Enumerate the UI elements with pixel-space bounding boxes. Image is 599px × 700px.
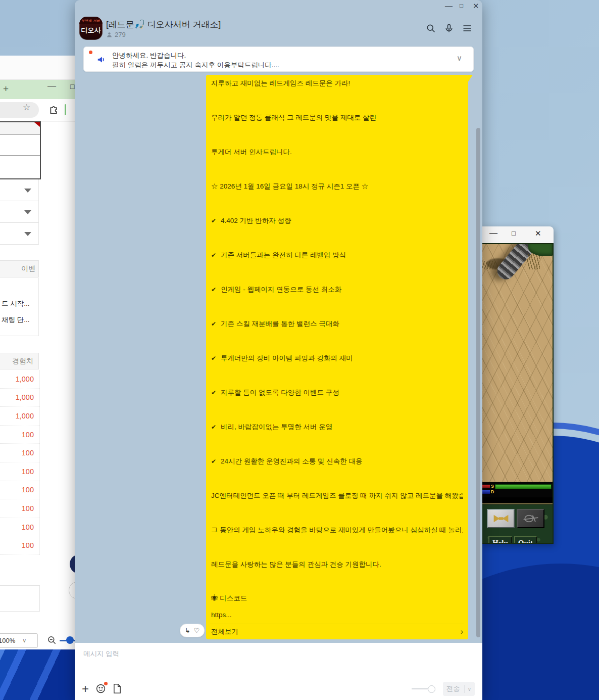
exp-value-cell: 100 (0, 536, 39, 555)
discord-emoji: 🕷 (211, 594, 218, 602)
bubble-tail (468, 75, 473, 82)
bookmark-star-icon[interactable]: ☆ (23, 102, 30, 113)
minimize-button[interactable]: — (47, 81, 56, 91)
maximize-button[interactable]: □ (512, 229, 516, 237)
game-viewport[interactable]: S D Help Quit (481, 243, 554, 544)
message-input-area: 메시지 입력 + 전송 ∨ (75, 643, 482, 700)
attach-plus-icon[interactable]: + (82, 684, 89, 694)
message-text: 우리가 알던 정통 클래식 그 레드문의 맛을 제대로 살린 (211, 114, 376, 121)
zoom-level-value: 100% (0, 637, 15, 644)
send-divider (464, 685, 465, 693)
exp-value-cell: 1,000 (0, 389, 39, 407)
message-text: 그 동안의 게임 노하우와 경험을 바탕으로 재미있게 만들어봤으니 심심하실 … (211, 526, 463, 534)
menu-icon[interactable] (462, 23, 472, 33)
zoom-out-icon[interactable] (47, 635, 57, 645)
form-cell-group (0, 121, 41, 179)
heart-icon[interactable]: ♡ (194, 627, 200, 634)
chevron-down-icon: ∨ (468, 686, 471, 692)
game-terrain[interactable] (482, 244, 553, 482)
health-bar (482, 485, 490, 488)
pinned-notice-banner[interactable]: 안녕하세요. 반갑습니다. 필히 알림은 꺼두시고 공지 숙지후 이용부탁드립니… (83, 46, 474, 72)
quit-button[interactable]: Quit (514, 536, 537, 544)
message-text: 비리, 바람잡이없는 투명한 서버 운영 (221, 423, 332, 431)
new-tab-button[interactable]: + (3, 83, 9, 95)
event-row[interactable]: 트 시작... (0, 299, 38, 315)
form-cell[interactable] (0, 135, 40, 156)
maximize-button[interactable]: □ (460, 2, 463, 9)
discord-label: 디스코드 (220, 594, 247, 602)
exp-value-cell: 100 (0, 518, 39, 537)
message-line: ✔기존 스킬 재분배를 통한 밸런스 극대화 (211, 319, 463, 353)
unread-dot (89, 51, 92, 54)
message-line: 투게더 서버 인사드립니다. (211, 147, 463, 181)
exp-value-cell: 100 (0, 444, 39, 462)
search-icon[interactable] (426, 23, 436, 33)
volume-slider[interactable] (412, 688, 432, 689)
dropdown-field[interactable] (0, 223, 39, 245)
voice-talk-icon[interactable] (444, 23, 454, 33)
stat-s-label: S (490, 484, 495, 489)
stat-d-label: D (490, 490, 495, 494)
game-window: — □ ✕ S D (481, 226, 554, 544)
message-text: 기존 스킬 재분배를 통한 밸런스 극대화 (221, 320, 339, 328)
notice-line2: 필히 알림은 꺼두시고 공지 숙지후 이용부탁드립니다.... (112, 61, 279, 70)
event-row[interactable]: 채팅 단... (0, 315, 38, 332)
event-table-body: 트 시작...채팅 단... (0, 278, 39, 336)
chat-scrollbar[interactable] (476, 128, 480, 637)
help-button[interactable]: Help (488, 536, 512, 544)
maximize-button[interactable]: □ (70, 82, 74, 90)
reply-icon[interactable]: ↳ (185, 627, 190, 634)
exp-value-cell: 100 (0, 462, 39, 481)
grass-tuft (481, 261, 495, 269)
event-table-header: 이벤 (0, 260, 39, 277)
check-glyph: ✔ (211, 389, 216, 396)
discord-line: 🕷 디스코드 (211, 594, 463, 611)
send-button[interactable]: 전송 ∨ (443, 682, 475, 696)
message-text: 투게더 서버 인사드립니다. (211, 148, 292, 156)
message-bubble[interactable]: 지루하고 재미없는 레드게임즈 레드문은 가라! 우리가 알던 정통 클래식 그… (206, 75, 468, 639)
file-icon[interactable] (113, 683, 122, 694)
game-message-box (482, 497, 553, 504)
address-bar[interactable] (0, 102, 39, 118)
window-title-bar: — □ ✕ (75, 0, 482, 15)
zoom-level-select[interactable]: 100% ∨ (0, 633, 38, 648)
close-button[interactable]: ✕ (473, 2, 479, 11)
form-cell[interactable] (0, 156, 40, 177)
message-text: 24시간 원활한 운영진과의 소통 및 신속한 대응 (221, 457, 363, 465)
chevron-down-icon: ∨ (22, 637, 26, 644)
bubble-lines: 지루하고 재미없는 레드게임즈 레드문은 가라! 우리가 알던 정통 클래식 그… (211, 78, 463, 594)
message-input[interactable]: 메시지 입력 (83, 649, 119, 659)
form-cell[interactable] (0, 122, 40, 135)
page-zoom-bar: 100% ∨ (0, 633, 75, 650)
dropdown-list (0, 179, 39, 245)
dropdown-field[interactable] (0, 201, 39, 223)
dropdown-field[interactable] (0, 179, 39, 201)
truncated-link[interactable]: https... (211, 611, 463, 624)
avatar-caption: 첫번째 서버 (79, 17, 103, 24)
check-glyph: ✔ (211, 252, 216, 259)
message-text: 기존 서버들과는 완전히 다른 레벨업 방식 (221, 251, 346, 259)
message-text: ☆ 2026년 1월 16일 금요일 18시 정규 시즌1 오픈 ☆ (211, 182, 368, 190)
emblem-button[interactable] (487, 509, 515, 528)
minimize-button[interactable]: — (445, 1, 453, 10)
close-button[interactable]: ✕ (535, 229, 541, 238)
message-text: 레드문을 사랑하는 많은 분들의 관심과 건승 기원합니다. (211, 561, 381, 568)
rune-button[interactable] (517, 509, 544, 528)
extensions-puzzle-icon[interactable] (48, 105, 59, 115)
check-glyph: ✔ (211, 286, 216, 293)
comment-marker-icon (34, 122, 40, 127)
chatroom-avatar[interactable]: 첫번째 서버 디오사 (79, 17, 103, 40)
exp-value-cell: 100 (0, 499, 39, 518)
check-glyph: ✔ (211, 217, 216, 224)
volume-slider-knob[interactable] (428, 685, 435, 693)
chevron-down-icon[interactable]: ∨ (457, 54, 462, 63)
zoom-slider-knob[interactable] (66, 636, 74, 644)
minimize-button[interactable]: — (489, 228, 497, 238)
reaction-pill[interactable]: ↳ ♡ (180, 624, 205, 637)
message-line: 우리가 알던 정통 클래식 그 레드문의 맛을 제대로 살린 (211, 113, 463, 147)
view-all-row[interactable]: 전체보기 › (210, 624, 464, 639)
exp-table-header: 경험치 (0, 353, 39, 369)
message-text: JC엔터테인먼트 오픈 때 부터 레드게임즈 클로징 때 까지 쉬지 않고 레드… (211, 492, 463, 499)
emoticon-icon[interactable] (95, 683, 106, 694)
browser-window: + — □ ☆ 이벤 트 시작...채팅 단... 경험치 1,0001,000… (0, 56, 75, 649)
